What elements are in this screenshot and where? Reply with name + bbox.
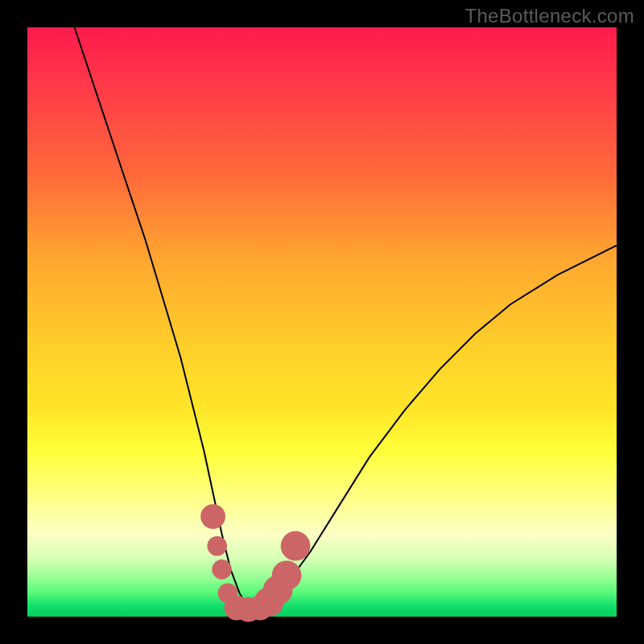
curve-markers [200,504,310,621]
curve-marker [200,504,225,529]
watermark-text: TheBottleneck.com [464,5,634,27]
plot-area [27,27,617,617]
curve-svg [27,27,617,617]
bottleneck-curve [75,27,617,608]
curve-marker [207,536,227,556]
curve-marker [272,560,302,590]
curve-marker [212,559,232,580]
curve-marker [281,531,311,561]
chart-frame: TheBottleneck.com [0,0,644,644]
